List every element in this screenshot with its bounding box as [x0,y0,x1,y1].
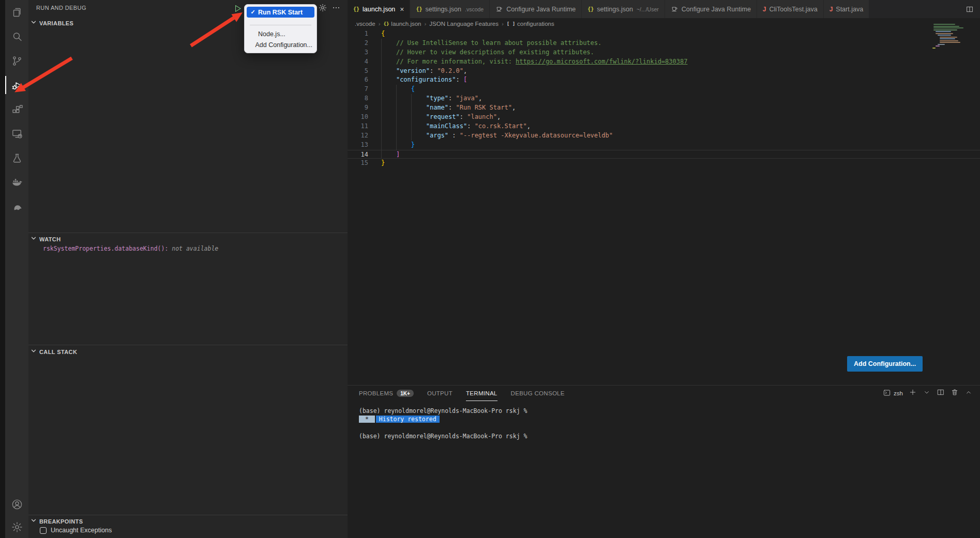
split-editor-icon[interactable] [959,0,980,18]
menu-item-label: Node.js... [258,30,285,38]
kill-terminal-icon[interactable] [951,388,959,398]
terminal-line: (base) reynoldmorel@Reynolds-MacBook-Pro… [359,432,970,440]
tab-settings-json[interactable]: {}settings.json.vscode [410,0,490,18]
tab-start-java[interactable]: JStart.java [824,0,870,18]
line-number: 13 [348,141,368,150]
line-number: 15 [348,159,368,168]
tab-label: Configure Java Runtime [682,6,751,13]
tab-configure-java-runtime[interactable]: Configure Java Runtime [665,0,757,18]
code-line[interactable]: 8 "type": "java", [348,94,980,103]
uncaught-exceptions-checkbox[interactable] [40,527,47,534]
minimap-line [932,31,975,32]
history-restored-label: History restored [376,416,440,423]
code-line[interactable]: 13 } [348,141,980,150]
tab-launch-json[interactable]: {}launch.json× [348,0,410,18]
tab-label: launch.json [363,6,395,13]
line-number: 12 [348,131,368,141]
breadcrumb-item-vscode[interactable]: .vscode [355,21,375,27]
section-header-call-stack[interactable]: CALL STACK [28,346,348,358]
code-text: ] [381,150,400,160]
open-launch-json-gear-icon[interactable] [318,3,327,14]
line-number: 11 [348,122,368,131]
activity-item-remote-explorer-icon[interactable] [5,121,28,146]
code-line[interactable]: 12 "args" : "--regtest -Xkeyvalue.dataso… [348,131,980,141]
breadcrumb-item-json-language-features[interactable]: JSON Language Features [429,21,499,27]
code-line[interactable]: 6 "configurations": [ [348,75,980,85]
code-line[interactable]: 11 "mainClass": "co.rsk.Start", [348,122,980,131]
activity-bar-bottom [5,492,28,538]
close-icon[interactable]: × [400,5,404,13]
breadcrumb-separator: › [502,21,504,27]
code-line[interactable]: 9 "name": "Run RSK Start", [348,103,980,113]
minimap-segment [932,48,936,49]
code-text: } [381,159,385,168]
code-text: "args" : "--regtest -Xkeyvalue.datasourc… [381,131,613,141]
activity-item-gradle-icon[interactable] [5,194,28,219]
minimap-segment [933,29,957,30]
code-text: "request": "launch", [381,113,501,122]
panel-tab-terminal[interactable]: TERMINAL [466,386,497,401]
minimap-segment [940,42,960,43]
section-header-watch[interactable]: WATCH [28,234,348,245]
terminal-dropdown-icon[interactable] [923,388,931,398]
debug-configuration-menu: ✓Run RSK StartNode.js...Add Configuratio… [244,4,317,53]
editor-tab-bar: {}launch.json×{}settings.json.vscodeConf… [348,0,980,18]
split-terminal-icon[interactable] [937,388,945,398]
section-divider [28,515,348,515]
line-number: 9 [348,103,368,113]
breadcrumb-item-launch-json[interactable]: {}launch.json [383,21,421,27]
activity-item-extensions-icon[interactable] [5,97,28,121]
menu-item-add-configuration[interactable]: Add Configuration... [247,39,314,50]
watch-expression-row[interactable]: rskSystemProperties.databaseKind(): not … [43,245,218,252]
add-configuration-button[interactable]: Add Configuration... [847,356,923,372]
code-line[interactable]: 3 // Hover to view descriptions of exist… [348,48,980,57]
code-text: "mainClass": "co.rsk.Start", [381,122,531,131]
bottom-panel: PROBLEMS1K+OUTPUTTERMINALDEBUG CONSOLE z… [348,385,980,538]
minimap-segment [938,35,951,36]
minimap-segment [933,27,963,28]
activity-item-testing-icon[interactable] [5,146,28,170]
menu-item-node-js[interactable]: Node.js... [247,28,314,39]
minimap[interactable] [932,24,975,50]
views-and-more-actions-icon[interactable] [331,3,341,14]
tab-label: settings.json [597,6,632,13]
minimap-line [932,48,975,49]
code-text: { [381,29,385,39]
tab-settings-json[interactable]: {}settings.json~/.../User [582,0,665,18]
tab-configure-java-runtime[interactable]: Configure Java Runtime [490,0,582,18]
launch-profile-button[interactable]: zsh [883,389,903,398]
section-header-breakpoints[interactable]: BREAKPOINTS [28,516,348,527]
breadcrumb-item-configurations[interactable]: [ ]configurations [507,21,554,27]
code-editor[interactable]: 1{2 // Use IntelliSense to learn about p… [348,29,980,168]
panel-tab-problems[interactable]: PROBLEMS1K+ [359,386,414,401]
line-number: 7 [348,85,368,94]
code-line[interactable]: 2 // Use IntelliSense to learn about pos… [348,39,980,48]
code-line[interactable]: 14 ] [348,150,980,159]
line-number: 8 [348,94,368,103]
activity-item-explorer-icon[interactable] [5,0,28,24]
new-terminal-icon[interactable] [909,388,917,398]
activity-item-docker-icon[interactable] [5,170,28,194]
maximize-panel-icon[interactable] [964,388,973,398]
activity-item-search-icon[interactable] [5,24,28,49]
section-call-stack: CALL STACK [28,346,348,358]
activity-item-settings-icon[interactable] [5,516,28,538]
editor-group: {}launch.json×{}settings.json.vscodeConf… [348,0,980,385]
menu-item-run-rsk-start[interactable]: ✓Run RSK Start [247,7,314,18]
activity-item-source-control-icon[interactable] [5,49,28,73]
line-number: 4 [348,57,368,67]
terminal-output[interactable]: (base) reynoldmorel@Reynolds-MacBook-Pro… [359,407,970,440]
activity-item-accounts-icon[interactable] [5,492,28,516]
code-line[interactable]: 10 "request": "launch", [348,113,980,122]
line-number: 2 [348,39,368,48]
breakpoint-row[interactable]: Uncaught Exceptions [40,527,112,534]
code-line[interactable]: 5 "version": "0.2.0", [348,67,980,76]
code-line[interactable]: 1{ [348,29,980,39]
panel-tab-output[interactable]: OUTPUT [427,386,453,401]
panel-tab-debug-console[interactable]: DEBUG CONSOLE [511,386,565,401]
terminal-line [359,423,970,432]
tab-clitoolstest-java[interactable]: JCliToolsTest.java [757,0,824,18]
code-line[interactable]: 7 { [348,85,980,94]
code-line[interactable]: 15} [348,159,980,168]
code-line[interactable]: 4 // For more information, visit: https:… [348,57,980,67]
